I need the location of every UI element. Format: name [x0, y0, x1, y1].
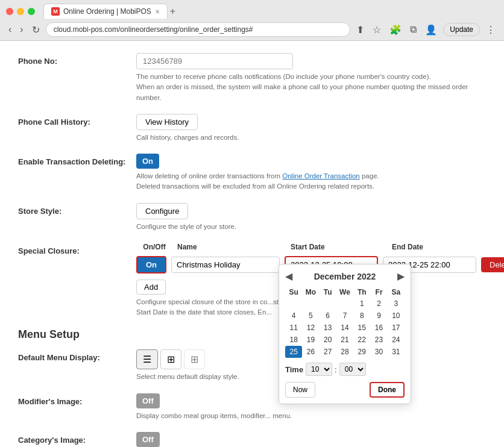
cal-day-23[interactable]: 23 — [370, 334, 387, 346]
reload-button[interactable]: ↻ — [30, 23, 42, 37]
calendar-next-button[interactable]: ▶ — [397, 270, 405, 282]
cal-day-15[interactable]: 15 — [353, 322, 370, 334]
cal-day-5[interactable]: 5 — [302, 310, 319, 322]
minimize-button[interactable] — [17, 8, 24, 15]
list-display-option[interactable]: ☰ — [136, 349, 158, 369]
transaction-hint: Allow deleting of online order transacti… — [136, 171, 486, 192]
calendar-popup: ◀ December 2022 ▶ Su Mo Tu We Th Fr Sa — [279, 264, 411, 404]
new-tab-button[interactable]: + — [170, 6, 175, 17]
cal-header-su: Su — [285, 287, 302, 298]
cal-day-2[interactable]: 2 — [370, 298, 387, 310]
phone-no-row: Phone No: The number to receive phone ca… — [18, 53, 486, 103]
extension-icon[interactable]: 🧩 — [387, 23, 404, 37]
cal-day-29[interactable]: 29 — [353, 346, 370, 358]
time-label: Time — [285, 365, 303, 374]
share-icon[interactable]: ⬆ — [354, 23, 367, 37]
url-bar[interactable]: cloud.mobi-pos.com/onlineordersetting/on… — [46, 22, 351, 37]
enable-transaction-content: On Allow deleting of online order transa… — [136, 154, 486, 192]
cal-day-26[interactable]: 26 — [302, 346, 319, 358]
now-button[interactable]: Now — [285, 382, 315, 398]
modifiers-image-toggle[interactable]: Off — [136, 393, 160, 408]
cal-day-31[interactable]: 31 — [388, 346, 405, 358]
phone-no-label: Phone No: — [18, 53, 127, 66]
cal-day-empty — [302, 298, 319, 310]
profile-icon[interactable]: 👤 — [423, 23, 439, 37]
calendar-time-row: Time 10 11 09 : 00 15 30 45 — [285, 363, 405, 376]
cal-day-28[interactable]: 28 — [336, 346, 353, 358]
phone-no-input[interactable] — [136, 53, 293, 69]
configure-hint: Configure the style of your store. — [136, 222, 486, 232]
cal-day-16[interactable]: 16 — [370, 322, 387, 334]
nav-bar: ‹ › ↻ cloud.mobi-pos.com/onlineordersett… — [6, 22, 498, 37]
active-tab[interactable]: M Online Ordering | MobiPOS ✕ — [43, 4, 168, 19]
transaction-toggle-on[interactable]: On — [136, 154, 159, 169]
cal-day-3[interactable]: 3 — [388, 298, 405, 310]
cal-day-27[interactable]: 27 — [320, 346, 336, 358]
cal-day-17[interactable]: 17 — [388, 322, 405, 334]
enable-transaction-row: Enable Transaction Deleting: On Allow de… — [18, 154, 486, 192]
cal-day-20[interactable]: 20 — [320, 334, 336, 346]
window-controls — [6, 8, 35, 15]
category-image-toggle[interactable]: Off — [136, 432, 160, 447]
cal-day-4[interactable]: 4 — [285, 310, 302, 322]
cal-day-8[interactable]: 8 — [353, 310, 370, 322]
cal-day-10[interactable]: 10 — [388, 310, 405, 322]
cal-day-21[interactable]: 21 — [336, 334, 353, 346]
cal-day-14[interactable]: 14 — [336, 322, 353, 334]
more-icon[interactable]: ⋮ — [484, 23, 498, 37]
forward-button[interactable]: › — [17, 23, 25, 36]
modifiers-image-row: Modifier's Image: Off Display combo meal… — [18, 393, 486, 421]
cal-day-24[interactable]: 24 — [388, 334, 405, 346]
close-button[interactable] — [6, 8, 13, 15]
cal-week-2: 4 5 6 7 8 9 10 — [285, 310, 405, 322]
transaction-link[interactable]: Online Order Transaction — [282, 172, 359, 180]
cal-day-7[interactable]: 7 — [336, 310, 353, 322]
cal-day-12[interactable]: 12 — [302, 322, 319, 334]
configure-button[interactable]: Configure — [136, 203, 188, 219]
grid3-display-option[interactable]: ⊞ — [184, 349, 205, 369]
store-style-content: Configure Configure the style of your st… — [136, 203, 486, 232]
col-name-label: Name — [177, 243, 286, 251]
tab-close-icon[interactable]: ✕ — [155, 8, 160, 15]
grid-display-option[interactable]: ⊞ — [160, 349, 181, 369]
cal-day-13[interactable]: 13 — [320, 322, 336, 334]
maximize-button[interactable] — [28, 8, 35, 15]
category-image-row: Category's Image: Off Display category's… — [18, 432, 486, 447]
delete-button[interactable]: Delete — [481, 257, 504, 272]
calendar-grid: Su Mo Tu We Th Fr Sa 1 2 3 — [285, 287, 405, 358]
bookmark-icon[interactable]: ☆ — [370, 23, 383, 37]
view-history-button[interactable]: View History — [136, 114, 198, 130]
category-image-content: Off Display category's image in the cate… — [136, 432, 486, 447]
update-button[interactable]: Update — [443, 23, 480, 36]
cal-day-19[interactable]: 19 — [302, 334, 319, 346]
closure-header: On/Off Name Start Date End Date — [136, 243, 504, 251]
phone-call-history-row: Phone Call History: View History Call hi… — [18, 114, 486, 143]
minute-select[interactable]: 00 15 30 45 — [339, 363, 366, 376]
category-image-label: Category's Image: — [18, 432, 127, 445]
done-button[interactable]: Done — [370, 382, 405, 398]
cal-day-25[interactable]: 25 — [285, 346, 302, 358]
cal-day-1[interactable]: 1 — [353, 298, 370, 310]
add-button[interactable]: Add — [136, 280, 166, 295]
cal-day-18[interactable]: 18 — [285, 334, 302, 346]
cal-header-tu: Tu — [320, 287, 336, 298]
default-menu-label: Default Menu Display: — [18, 349, 127, 362]
cal-day-22[interactable]: 22 — [353, 334, 370, 346]
cal-day-30[interactable]: 30 — [370, 346, 387, 358]
closure-toggle-button[interactable]: On — [136, 256, 166, 274]
modifiers-image-label: Modifier's Image: — [18, 393, 127, 406]
hour-select[interactable]: 10 11 09 — [306, 363, 332, 376]
closure-name-input[interactable] — [171, 257, 280, 273]
cal-day-6[interactable]: 6 — [320, 310, 336, 322]
cal-day-9[interactable]: 9 — [370, 310, 387, 322]
back-button[interactable]: ‹ — [6, 23, 14, 36]
cal-day-11[interactable]: 11 — [285, 322, 302, 334]
tab-grid-icon[interactable]: ⧉ — [408, 23, 419, 36]
calendar-prev-button[interactable]: ◀ — [285, 270, 292, 282]
calendar-title: December 2022 — [314, 272, 376, 281]
cal-header-th: Th — [353, 287, 370, 298]
col-startdate-label: Start Date — [291, 243, 387, 251]
cal-header-mo: Mo — [302, 287, 319, 298]
cal-week-5: 25 26 27 28 29 30 31 — [285, 346, 405, 358]
tab-favicon-icon: M — [51, 7, 60, 16]
